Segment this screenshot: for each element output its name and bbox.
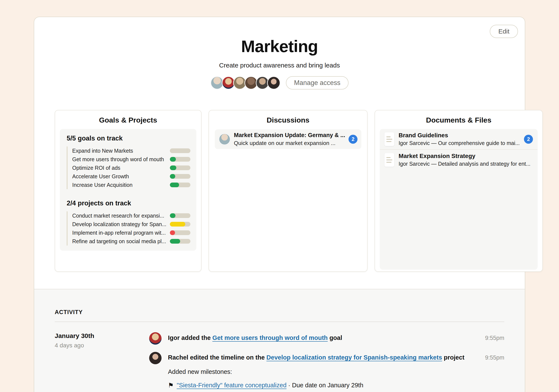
goals-list: Expand into New Markets Get more users t… — [67, 146, 190, 189]
goal-progress-bar — [170, 182, 190, 187]
project-progress-bar — [170, 213, 190, 218]
goal-link[interactable]: Get more users through word of mouth — [212, 334, 328, 341]
discussion-preview: Quick update on our market expansion ... — [234, 140, 345, 146]
project-label: Implement in-app referral program wit... — [72, 230, 166, 236]
project-progress-bar — [170, 239, 190, 244]
milestone-text: "Siesta-Friendly" feature conceptualized… — [177, 382, 363, 389]
goal-row[interactable]: Increase User Acquisition — [72, 181, 190, 189]
activity-heading: ACTIVITY — [55, 309, 504, 316]
goal-progress-bar — [170, 165, 190, 170]
activity-entry-body: Igor added the Get more users through wo… — [168, 332, 479, 341]
document-title: Market Expansion Strategy — [399, 153, 533, 159]
activity-grid: January 30th 4 days ago Igor added the G… — [55, 332, 504, 392]
discussion-title: Market Expansion Update: Germany & ... — [234, 132, 345, 138]
member-avatars — [211, 76, 280, 90]
goal-row[interactable]: Get more users through word of mouth — [72, 155, 190, 164]
projects-list: Conduct market research for expansi... D… — [67, 211, 190, 246]
project-row[interactable]: Implement in-app referral program wit... — [72, 228, 190, 237]
activity-divider — [55, 321, 504, 322]
activity-entry-line: Igor added the Get more users through wo… — [168, 334, 479, 341]
project-progress-bar — [170, 222, 190, 227]
project-label: Develop localization strategy for Span..… — [72, 221, 167, 227]
goal-label: Expand into New Markets — [72, 148, 133, 154]
manage-access-button[interactable]: Manage access — [286, 76, 348, 90]
documents-panel: Brand Guidelines Igor Sarcevic — Our com… — [380, 129, 538, 270]
activity-entry-line: Rachel edited the timeline on the Develo… — [168, 354, 479, 361]
unread-count-badge: 2 — [348, 135, 357, 144]
project-link[interactable]: Develop localization strategy for Spanis… — [266, 354, 442, 361]
project-header-section: Edit Marketing Create product awareness … — [34, 17, 525, 289]
activity-entry-body: Rachel edited the timeline on the Develo… — [168, 352, 479, 392]
page-title: Marketing — [34, 37, 525, 56]
project-label: Refine ad targeting on social media pl..… — [72, 238, 166, 245]
entry-prefix: Rachel edited the timeline on the — [168, 354, 266, 361]
goal-progress-bar — [170, 148, 190, 153]
document-row[interactable]: Market Expansion Strategy Igor Sarcevic … — [380, 149, 538, 170]
goal-label: Increase User Acquisition — [72, 182, 132, 188]
activity-entry: Rachel edited the timeline on the Develo… — [149, 352, 504, 392]
milestone-row: ⚑ "Siesta-Friendly" feature conceptualiz… — [168, 382, 479, 389]
goal-label: Accelerate User Growth — [72, 173, 129, 180]
goal-row[interactable]: Accelerate User Growth — [72, 172, 190, 181]
document-row[interactable]: Brand Guidelines Igor Sarcevic — Our com… — [380, 129, 538, 149]
goals-projects-title[interactable]: Goals & Projects — [60, 116, 196, 124]
avatar-member-6[interactable] — [267, 76, 280, 90]
goal-label: Get more users through word of mouth — [72, 156, 164, 163]
milestone-link[interactable]: "Siesta-Friendly" feature conceptualized — [177, 382, 287, 389]
milestone-due: · Due date on January 29th — [287, 382, 363, 389]
discussions-card: Discussions Market Expansion Update: Ger… — [209, 110, 368, 272]
activity-avatar-rachel[interactable] — [149, 352, 162, 364]
entry-suffix: project — [442, 354, 465, 361]
activity-entry: Igor added the Get more users through wo… — [149, 332, 504, 345]
document-title: Brand Guidelines — [399, 132, 520, 139]
entry-suffix: goal — [328, 334, 342, 341]
document-text: Market Expansion Strategy Igor Sarcevic … — [399, 153, 533, 167]
goal-row[interactable]: Expand into New Markets — [72, 146, 190, 155]
activity-entries: Igor added the Get more users through wo… — [149, 332, 504, 392]
project-page-card: Edit Marketing Create product awareness … — [34, 17, 525, 392]
document-byline: Igor Sarcevic — Our comprehensive guide … — [399, 140, 520, 146]
discussion-text: Market Expansion Update: Germany & ... Q… — [234, 132, 345, 146]
goals-heading: 5/5 goals on track — [67, 135, 190, 142]
activity-date: January 30th — [55, 332, 149, 339]
document-icon — [384, 132, 394, 146]
project-row[interactable]: Refine ad targeting on social media pl..… — [72, 237, 190, 246]
document-icon — [384, 153, 394, 167]
page-subtitle: Create product awareness and bring leads — [34, 62, 525, 69]
documents-card: Documents & Files Brand Guidelines Igor … — [375, 110, 543, 272]
project-label: Conduct market research for expansi... — [72, 213, 164, 219]
unread-count-badge: 2 — [524, 135, 533, 144]
project-row[interactable]: Conduct market research for expansi... — [72, 211, 190, 220]
documents-title[interactable]: Documents & Files — [380, 116, 538, 124]
entry-prefix: Igor added the — [168, 334, 212, 341]
activity-timestamp: 9:55pm — [485, 352, 504, 361]
edit-button[interactable]: Edit — [490, 25, 518, 38]
goal-label: Optimize ROI of ads — [72, 165, 120, 171]
project-progress-bar — [170, 230, 190, 235]
activity-timestamp: 9:55pm — [485, 332, 504, 341]
goals-projects-card: Goals & Projects 5/5 goals on track Expa… — [55, 110, 202, 272]
project-row[interactable]: Develop localization strategy for Span..… — [72, 220, 190, 228]
goals-projects-panel: 5/5 goals on track Expand into New Marke… — [60, 129, 196, 251]
discussion-item[interactable]: Market Expansion Update: Germany & ... Q… — [215, 129, 362, 149]
projects-heading: 2/4 projects on track — [67, 200, 190, 207]
activity-date-column: January 30th 4 days ago — [55, 332, 149, 392]
goal-row[interactable]: Optimize ROI of ads — [72, 164, 190, 172]
goal-progress-bar — [170, 157, 190, 162]
members-row: Manage access — [34, 76, 525, 90]
discussion-author-avatar — [219, 133, 231, 145]
activity-section: ACTIVITY January 30th 4 days ago Igor ad… — [34, 289, 525, 392]
discussions-title[interactable]: Discussions — [214, 116, 363, 124]
flag-icon: ⚑ — [168, 382, 174, 389]
tool-cards-row: Goals & Projects 5/5 goals on track Expa… — [34, 110, 525, 272]
goal-progress-bar — [170, 174, 190, 179]
document-byline: Igor Sarcevic — Detailed analysis and st… — [399, 161, 533, 167]
activity-date-relative: 4 days ago — [55, 342, 149, 349]
document-text: Brand Guidelines Igor Sarcevic — Our com… — [399, 132, 520, 146]
milestones-note: Added new milestones: — [168, 368, 479, 375]
activity-avatar-igor[interactable] — [149, 332, 162, 345]
